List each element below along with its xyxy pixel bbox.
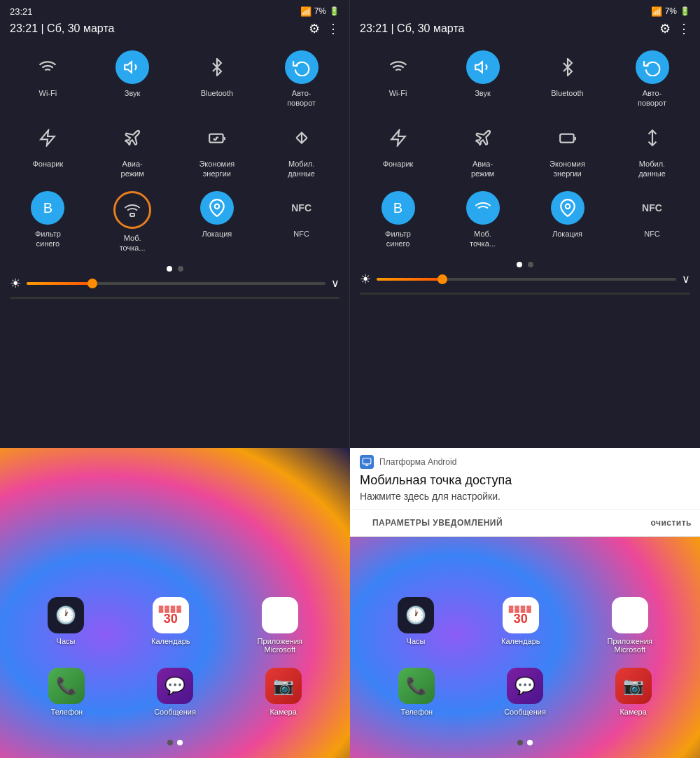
right-brightness-track[interactable]	[377, 278, 676, 281]
right-bluetooth-item[interactable]: Bluetooth	[525, 43, 610, 114]
right-location-item[interactable]: Локация	[525, 184, 610, 255]
right-app-calendar[interactable]: ▓▓▓▓ 30 Календарь	[501, 597, 540, 654]
right-airplane-item[interactable]: Авиа-режим	[440, 114, 525, 185]
left-brightness-track[interactable]	[27, 282, 326, 285]
right-calendar-label: Календарь	[501, 637, 540, 645]
left-nfc-label: NFC	[293, 229, 309, 239]
right-chevron-btn[interactable]: ∨	[682, 272, 690, 286]
left-more-btn[interactable]: ⋮	[327, 22, 340, 35]
right-battery-save-item[interactable]: Экономияэнергии	[525, 114, 610, 185]
right-notif-topbar: 23:21 | Сб, 30 марта ⚙ ⋮	[350, 21, 700, 39]
left-settings-btn[interactable]: ⚙	[309, 22, 320, 35]
right-brightness-row: ☀ ∨	[350, 269, 700, 293]
right-notif-icons: ⚙ ⋮	[659, 22, 690, 35]
notif-actions: ПАРАМЕТРЫ УВЕДОМЛЕНИЙ очистить	[350, 509, 700, 536]
right-rotate-icon-wrap	[636, 50, 669, 84]
right-filter-item[interactable]: B Фильтрсинего	[356, 184, 440, 255]
right-messages-label: Сообщения	[504, 708, 546, 716]
left-app-messages[interactable]: 💬 Сообщения	[154, 668, 196, 716]
right-flash-item[interactable]: Фонарик	[356, 114, 440, 185]
left-app-camera[interactable]: 📷 Камера	[265, 668, 302, 716]
right-app-messages[interactable]: 💬 Сообщения	[504, 668, 546, 716]
left-microsoft-icon	[262, 597, 298, 633]
left-nfc-item[interactable]: NFC NFC	[259, 184, 344, 259]
right-phone-icon: 📞	[398, 668, 435, 704]
right-hotspot-item[interactable]: Моб.точка...	[440, 184, 525, 255]
right-rotate-item[interactable]: Авто-поворот	[610, 43, 694, 114]
left-app-row-1: 🕐 Часы ▓▓▓▓ 30 Календарь	[0, 597, 350, 654]
right-phone-label: Телефон	[401, 708, 433, 716]
left-filter-label: Фильтрсинего	[35, 229, 61, 249]
notif-subtitle: Нажмите здесь для настройки.	[350, 491, 700, 509]
left-battery-save-item[interactable]: Экономияэнергии	[175, 114, 260, 185]
right-clock-icon: 🕐	[398, 597, 434, 633]
left-app-row-2: 📞 Телефон 💬 Сообщения 📷 Камера	[0, 668, 350, 716]
svg-point-11	[215, 204, 220, 209]
left-battery-icon-wrap	[200, 121, 234, 155]
right-brightness-fill	[377, 278, 442, 281]
right-app-row-2: 📞 Телефон 💬 Сообщения 📷 Камера	[350, 668, 700, 716]
right-calendar-icon: ▓▓▓▓ 30	[503, 597, 539, 633]
left-hotspot-item[interactable]: Моб.точка...	[90, 184, 175, 259]
left-flash-item[interactable]: Фонарик	[6, 114, 90, 185]
left-phone-label: Телефон	[51, 708, 83, 716]
notif-settings-btn[interactable]: ПАРАМЕТРЫ УВЕДОМЛЕНИЙ	[350, 510, 525, 536]
right-location-label: Локация	[552, 229, 582, 239]
notif-clear-btn[interactable]: очистить	[525, 510, 700, 536]
right-camera-label: Камера	[620, 708, 646, 716]
right-app-microsoft[interactable]: ПриложенияMicrosoft	[608, 597, 652, 654]
left-camera-icon: 📷	[265, 668, 302, 704]
left-app-calendar[interactable]: ▓▓▓▓ 30 Календарь	[151, 597, 190, 654]
left-sound-item[interactable]: Звук	[90, 43, 175, 114]
left-filter-item[interactable]: B Фильтрсинего	[6, 184, 90, 259]
right-nfc-item[interactable]: NFC NFC	[610, 184, 694, 255]
right-sound-label: Звук	[475, 88, 491, 98]
right-wifi-item[interactable]: Wi-Fi	[356, 43, 440, 114]
right-microsoft-icon	[612, 597, 648, 633]
left-battery-icon: 🔋	[329, 6, 340, 16]
right-wifi-label: Wi-Fi	[389, 88, 407, 98]
right-more-btn[interactable]: ⋮	[678, 22, 690, 35]
left-status-bar: 23:21 📶 7% 🔋	[0, 0, 349, 21]
left-data-item[interactable]: Мобил.данные	[259, 114, 344, 185]
right-app-camera[interactable]: 📷 Камера	[615, 668, 652, 716]
right-battery-label: Экономияэнергии	[550, 159, 585, 179]
svg-rect-15	[560, 134, 574, 142]
notification-card: Платформа Android Мобильная точка доступ…	[350, 448, 700, 537]
right-home-dot-1	[517, 740, 523, 745]
left-airplane-item[interactable]: Авиа-режим	[90, 114, 175, 185]
left-rotate-item[interactable]: Авто-поворот	[259, 43, 344, 114]
right-app-row-1: 🕐 Часы ▓▓▓▓ 30 Календарь	[350, 597, 700, 654]
left-calendar-label: Календарь	[151, 637, 190, 645]
left-wifi-item[interactable]: Wi-Fi	[6, 43, 90, 114]
left-location-item[interactable]: Локация	[175, 184, 260, 259]
left-sound-icon-wrap	[115, 50, 149, 84]
left-app-microsoft[interactable]: ПриложенияMicrosoft	[258, 597, 302, 654]
left-airplane-label: Авиа-режим	[121, 159, 144, 179]
right-data-item[interactable]: Мобил.данные	[610, 114, 694, 185]
right-battery-icon: 🔋	[680, 6, 690, 16]
left-quick-grid: Wi-Fi Звук Bluetooth Авто-поворот	[0, 39, 349, 262]
left-data-label: Мобил.данные	[288, 159, 315, 179]
left-clock-label: Часы	[57, 637, 76, 645]
left-chevron-btn[interactable]: ∨	[331, 276, 340, 290]
right-location-icon-wrap	[551, 191, 584, 225]
right-date: 23:21 | Сб, 30 марта	[360, 22, 464, 35]
left-app-clock[interactable]: 🕐 Часы	[48, 597, 84, 654]
left-bluetooth-item[interactable]: Bluetooth	[175, 43, 260, 114]
right-hotspot-icon-wrap	[466, 191, 500, 225]
left-app-phone[interactable]: 📞 Телефон	[48, 668, 85, 716]
right-app-clock[interactable]: 🕐 Часы	[398, 597, 434, 654]
right-sound-item[interactable]: Звук	[440, 43, 525, 114]
left-home-dot-1	[167, 740, 173, 745]
right-app-phone[interactable]: 📞 Телефон	[398, 668, 435, 716]
left-dot-2	[178, 266, 183, 272]
svg-marker-14	[391, 130, 405, 146]
right-brightness-thumb	[438, 274, 447, 284]
right-settings-btn[interactable]: ⚙	[659, 22, 671, 35]
left-page-dots	[0, 262, 349, 273]
left-home-panel: 🕐 Часы ▓▓▓▓ 30 Календарь	[0, 448, 350, 758]
right-wifi-icon-wrap	[382, 50, 415, 84]
right-messages-icon: 💬	[507, 668, 543, 704]
left-messages-icon: 💬	[157, 668, 193, 704]
